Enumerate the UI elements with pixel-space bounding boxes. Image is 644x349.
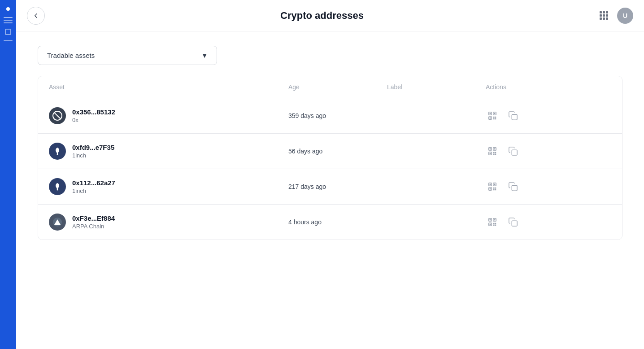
asset-cell: 0xfd9...e7F35 1inch [49, 143, 288, 160]
actions-cell-2 [486, 180, 611, 193]
sidebar [0, 0, 16, 349]
svg-rect-8 [493, 117, 495, 118]
qr-button-0[interactable] [486, 109, 499, 122]
copy-button-3[interactable] [506, 215, 520, 229]
qr-icon [487, 182, 497, 192]
sidebar-indicator [6, 7, 10, 11]
header-right: U [596, 8, 633, 24]
svg-rect-10 [493, 118, 495, 120]
asset-icon-3 [49, 214, 66, 231]
grid-icon [600, 11, 608, 20]
sidebar-icon-3 [4, 22, 13, 23]
table-row[interactable]: 0x112...62a27 1inch 217 days ago [38, 169, 622, 205]
asset-info-1: 0xfd9...e7F35 1inch [72, 144, 114, 159]
svg-rect-31 [490, 184, 491, 185]
sidebar-square-icon [5, 29, 11, 35]
copy-icon [508, 217, 518, 227]
asset-icon-0 [49, 107, 66, 124]
chevron-down-icon: ▼ [201, 52, 208, 59]
asset-address-3: 0xF3e...Ef884 [72, 214, 115, 222]
svg-rect-46 [490, 224, 491, 225]
svg-point-27 [57, 189, 58, 191]
table-row[interactable]: 0xfd9...e7F35 1inch 56 days ago [38, 134, 622, 169]
header-left [27, 7, 45, 25]
asset-icon-2 [49, 178, 66, 195]
qr-icon [487, 111, 497, 121]
copy-icon [508, 182, 518, 192]
column-asset: Asset [49, 83, 288, 91]
svg-rect-32 [494, 184, 496, 185]
content-area: Tradable assets ▼ Asset Age Label Action… [16, 31, 644, 349]
asset-info-0: 0x356...85132 0x [72, 108, 115, 123]
sidebar-item-2[interactable] [0, 29, 16, 35]
1inch-icon [52, 181, 63, 192]
age-cell-3: 4 hours ago [288, 218, 387, 226]
sidebar-item-3[interactable] [0, 40, 16, 41]
qr-button-3[interactable] [486, 215, 499, 229]
copy-button-0[interactable] [506, 109, 520, 122]
asset-cell: 0x356...85132 0x [49, 107, 288, 124]
table-row[interactable]: 0x356...85132 0x 359 days ago [38, 98, 622, 134]
age-cell-0: 359 days ago [288, 112, 387, 119]
svg-rect-7 [490, 118, 491, 119]
actions-cell-0 [486, 109, 611, 122]
asset-icon-1 [49, 143, 66, 160]
svg-rect-18 [490, 148, 491, 150]
svg-rect-44 [490, 219, 491, 221]
asset-address-1: 0xfd9...e7F35 [72, 144, 114, 151]
svg-rect-25 [512, 150, 517, 155]
1inch-icon [52, 146, 63, 157]
dropdown-label: Tradable assets [47, 52, 95, 59]
back-button[interactable] [27, 7, 45, 25]
column-actions: Actions [486, 83, 611, 91]
qr-button-2[interactable] [486, 180, 499, 193]
svg-rect-12 [512, 114, 517, 120]
asset-info-2: 0x112...62a27 1inch [72, 179, 115, 194]
asset-cell: 0x112...62a27 1inch [49, 178, 288, 195]
svg-rect-21 [493, 152, 495, 153]
blocked-icon [52, 110, 63, 121]
asset-info-3: 0xF3e...Ef884 ARPA Chain [72, 214, 115, 230]
asset-name-1: 1inch [72, 152, 114, 159]
svg-rect-50 [495, 225, 496, 226]
svg-rect-19 [494, 148, 496, 150]
svg-rect-37 [495, 189, 496, 191]
grid-menu-button[interactable] [596, 8, 612, 24]
qr-button-1[interactable] [486, 144, 499, 158]
arpa-icon [52, 217, 63, 227]
column-age: Age [288, 83, 387, 91]
svg-line-1 [54, 113, 61, 119]
svg-rect-9 [495, 117, 496, 118]
sidebar-icon-4 [4, 40, 13, 41]
copy-icon [508, 146, 518, 156]
table-row[interactable]: 0xF3e...Ef884 ARPA Chain 4 hours ago [38, 205, 622, 240]
copy-button-2[interactable] [506, 180, 520, 193]
asset-cell: 0xF3e...Ef884 ARPA Chain [49, 214, 288, 231]
svg-rect-49 [493, 225, 495, 226]
copy-button-1[interactable] [506, 144, 520, 158]
copy-icon [508, 111, 518, 121]
svg-rect-35 [495, 188, 496, 189]
tradable-assets-dropdown[interactable]: Tradable assets ▼ [38, 46, 217, 65]
asset-name-3: ARPA Chain [72, 223, 115, 230]
table-header: Asset Age Label Actions [38, 76, 622, 98]
asset-name-2: 1inch [72, 188, 115, 194]
addresses-table: Asset Age Label Actions 0x356.. [38, 76, 622, 240]
asset-address-0: 0x356...85132 [72, 108, 115, 116]
sidebar-item-1[interactable] [0, 17, 16, 23]
age-cell-1: 56 days ago [288, 148, 387, 155]
asset-name-0: 0x [72, 117, 115, 123]
svg-rect-36 [493, 189, 495, 191]
svg-rect-34 [493, 188, 495, 189]
svg-rect-23 [493, 154, 495, 155]
sidebar-icon-1 [4, 17, 13, 18]
age-cell-2: 217 days ago [288, 183, 387, 190]
qr-icon [487, 217, 497, 227]
svg-rect-5 [490, 113, 491, 114]
svg-rect-11 [495, 118, 496, 120]
qr-icon [487, 146, 497, 156]
svg-rect-20 [490, 153, 491, 154]
svg-rect-45 [494, 219, 496, 221]
avatar[interactable]: U [617, 8, 633, 24]
svg-rect-22 [495, 152, 496, 153]
